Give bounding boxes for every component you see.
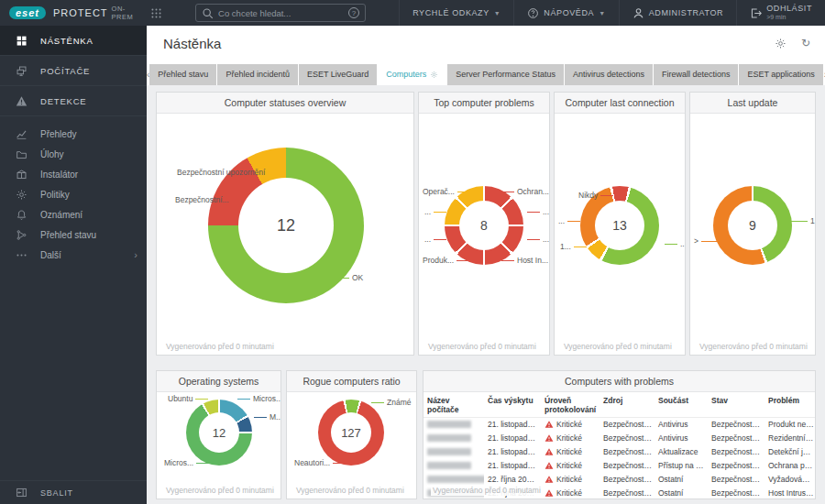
sidebar-item-label: Oznámení [40,210,82,220]
chart-label: ... [424,234,446,245]
tab-settings-gear-icon[interactable] [430,71,438,79]
chart-label: ... [558,215,580,226]
tab-computers[interactable]: Computers [378,64,446,85]
column-header[interactable]: Čas výskytu [484,393,541,418]
tab-antivirus-detections[interactable]: Antivirus detections [565,64,653,85]
card-computer-statuses-overview: Computer statuses overview 12Bezpečnostn… [156,92,414,356]
label-leader-line [574,247,587,247]
label-leader-line [196,463,209,464]
generated-label: Vygenerováno před 0 minutami [426,341,538,352]
sidebar-item-reports[interactable]: Přehledy [0,124,147,144]
computer-name-redacted [424,418,484,432]
donut-chart-computer-statuses[interactable]: 12Bezpečnostní upozorněníBezpečnostní...… [157,93,413,355]
sidebar-item-notifications[interactable]: Oznámení [0,204,147,225]
donut-center-value: 13 [595,201,644,250]
sidebar-collapse-button[interactable]: SBALIT [0,480,147,504]
sidebar-item-more[interactable]: Další› [0,245,147,265]
dashboard-content: Computer statuses overview 12Bezpečnostn… [147,85,825,504]
severity-cell: Kritické [541,487,600,499]
tab-p-ehled-stavu[interactable]: Přehled stavu [149,64,216,85]
dashboard-tabs: ‹ Přehled stavuPřehled incidentůESET Liv… [147,63,825,85]
table-cell: 21. listopadu 2... [484,418,541,432]
dashboard-icon [15,35,28,47]
table-cell: Rezidentní och... [764,432,815,445]
logout-button[interactable]: ODHLÁSIT >9 min [736,0,825,26]
label-leader-line [701,241,723,242]
tab-eset-liveguard[interactable]: ESET LiveGuard [299,64,377,85]
tab-p-ehled-incident-[interactable]: Přehled incidentů [217,64,298,85]
dashboard-settings-gear-icon[interactable] [775,38,786,49]
app-grid-icon[interactable] [150,7,162,19]
table-row[interactable]: 21. listopadu 2...KritickéBezpečnostní a… [424,432,815,445]
donut-center-value: 9 [728,201,777,250]
sidebar-item-dashboard[interactable]: NÁSTĚNKA [0,26,147,56]
user-menu[interactable]: ADMINISTRATOR [619,0,736,26]
tab-firewall-detections[interactable]: Firewall detections [654,64,739,85]
sidebar-item-detections[interactable]: DETEKCE [0,86,147,116]
column-header[interactable]: Součást [654,393,708,418]
column-header[interactable]: Zdroj [600,393,654,418]
product-suffix: ON-PREM [112,5,147,21]
chart-label: Micros... [237,393,281,404]
table-row[interactable]: 21. listopadu 2...KritickéBezpečnostní a… [424,459,815,473]
column-header[interactable]: Problém [764,393,815,418]
sidebar-item-label: Přehled stavu [40,230,96,240]
main-header: Nástěnka ↻ ‹ Přehled stavuPřehled incide… [147,26,825,85]
search-input[interactable] [218,8,348,18]
brand[interactable]: eset PROTECT ON-PREM [0,5,147,21]
sidebar-item-label: Úlohy [40,149,64,159]
tab-label: Přehled stavu [158,64,208,85]
tab-label: Server Performance Status [456,64,556,85]
installer-icon [15,169,28,181]
label-leader-line [501,260,514,261]
tasks-icon [15,148,28,160]
chart-label: M... [254,411,281,422]
sidebar-item-computers[interactable]: POČÍTAČE [0,56,147,86]
detections-icon [15,95,28,107]
refresh-icon[interactable]: ↻ [801,38,810,49]
table-cell: Bezpečnostní a... [600,459,654,473]
label-leader-line [195,399,208,400]
donut-chart-last-update[interactable]: 91> [690,93,815,355]
card-title: Computer statuses overview [157,93,413,114]
main-area: Nástěnka ↻ ‹ Přehled stavuPřehled incide… [147,26,825,504]
table-row[interactable]: 21. listopadu 2...KritickéBezpečnostní a… [424,445,815,459]
global-search[interactable]: ? [195,4,366,22]
table-cell: Přístup na web [654,459,708,473]
donut-chart-last-connection[interactable]: 13Nikdy...1...... [555,93,685,355]
generated-label: Vygenerováno před 0 minutami [431,485,543,496]
table-row[interactable]: 21. listopadu 2...KritickéBezpečnostní a… [424,418,815,432]
computer-name-redacted [424,432,484,445]
collapse-label: SBALIT [40,488,73,498]
table-cell: Ostatní [654,487,708,499]
table-cell: Ostatní [654,473,708,487]
sidebar-item-policies[interactable]: Politiky [0,184,147,204]
generated-label: Vygenerováno před 0 minutami [164,485,276,496]
column-header[interactable]: Stav [708,393,764,418]
sidebar-item-status[interactable]: Přehled stavu [0,225,147,245]
quick-links-menu[interactable]: RYCHLÉ ODKAZY ▼ [399,0,513,26]
card-rogue-computers-ratio: Rogue computers ratio 127ZnáméNeautori..… [286,370,417,499]
generated-label: Vygenerováno před 0 minutami [562,341,674,352]
donut-chart-top-problems[interactable]: 8Operač...Ochran.........Host In...Produ… [419,93,549,355]
chart-label: ... [527,206,549,217]
label-leader-line [371,402,384,403]
chart-label: Operač... [423,186,470,197]
tab-label: Antivirus detections [573,64,644,85]
generated-label: Vygenerováno před 0 minutami [294,485,406,496]
status-icon [15,229,28,241]
label-leader-line [268,172,280,173]
sidebar-item-installer[interactable]: Instalátor [0,164,147,184]
collapse-icon [15,487,28,499]
search-help-icon[interactable]: ? [348,7,359,18]
sidebar-item-tasks[interactable]: Úlohy [0,144,147,164]
tab-eset-applications[interactable]: ESET applications [739,64,822,85]
tab-server-performance-status[interactable]: Server Performance Status [447,64,564,85]
user-icon [632,7,644,19]
tab-label: Firewall detections [662,64,731,85]
column-header[interactable]: Název počítače [424,393,484,418]
search-icon [202,7,214,19]
column-header[interactable]: Úroveň protokolování [541,393,600,418]
sidebar-items: NÁSTĚNKAPOČÍTAČEDETEKCEPřehledyÚlohyInst… [0,26,147,265]
help-menu[interactable]: NÁPOVĚDA ▼ [513,0,618,26]
